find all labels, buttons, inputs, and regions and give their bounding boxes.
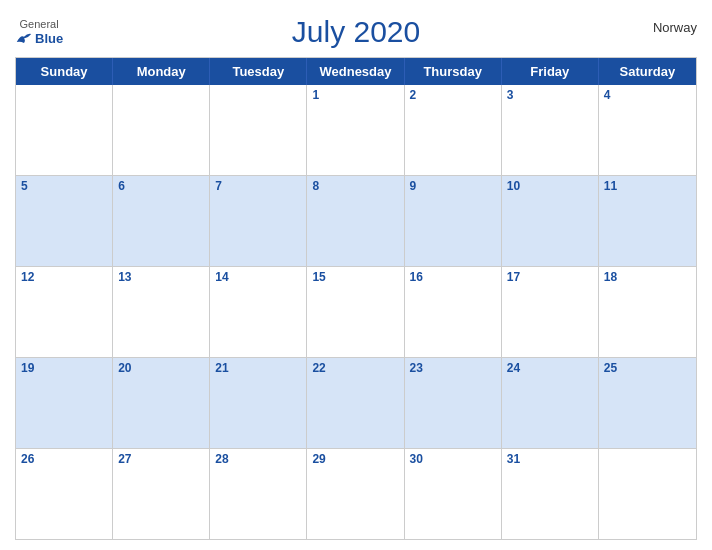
day-cell-w0-d2: [210, 85, 307, 175]
day-number-w2-d0: 12: [21, 270, 107, 284]
day-number-w0-d3: 1: [312, 88, 398, 102]
day-number-w2-d5: 17: [507, 270, 593, 284]
day-number-w2-d3: 15: [312, 270, 398, 284]
day-cell-w4-d6: [599, 449, 696, 539]
logo-bird-icon: [15, 31, 33, 45]
day-number-w2-d4: 16: [410, 270, 496, 284]
day-number-w3-d0: 19: [21, 361, 107, 375]
logo-blue-area: Blue: [15, 31, 63, 46]
day-cell-w4-d3: 29: [307, 449, 404, 539]
header-friday: Friday: [502, 58, 599, 85]
day-cell-w2-d5: 17: [502, 267, 599, 357]
day-cell-w0-d0: [16, 85, 113, 175]
day-cell-w3-d3: 22: [307, 358, 404, 448]
day-cell-w1-d2: 7: [210, 176, 307, 266]
day-number-w4-d1: 27: [118, 452, 204, 466]
day-cell-w0-d4: 2: [405, 85, 502, 175]
day-cell-w3-d2: 21: [210, 358, 307, 448]
day-number-w4-d4: 30: [410, 452, 496, 466]
day-number-w3-d2: 21: [215, 361, 301, 375]
day-cell-w4-d1: 27: [113, 449, 210, 539]
calendar-header: General Blue July 2020 Norway: [15, 10, 697, 57]
day-cell-w2-d3: 15: [307, 267, 404, 357]
day-number-w3-d4: 23: [410, 361, 496, 375]
day-number-w3-d6: 25: [604, 361, 691, 375]
day-number-w1-d2: 7: [215, 179, 301, 193]
day-cell-w1-d1: 6: [113, 176, 210, 266]
day-number-w4-d0: 26: [21, 452, 107, 466]
day-cell-w0-d6: 4: [599, 85, 696, 175]
logo-general-text: General: [20, 18, 59, 30]
day-cell-w4-d5: 31: [502, 449, 599, 539]
day-number-w3-d3: 22: [312, 361, 398, 375]
day-cell-w2-d4: 16: [405, 267, 502, 357]
week-row-4: 262728293031: [16, 448, 696, 539]
header-saturday: Saturday: [599, 58, 696, 85]
day-number-w1-d5: 10: [507, 179, 593, 193]
day-cell-w0-d5: 3: [502, 85, 599, 175]
calendar-grid: Sunday Monday Tuesday Wednesday Thursday…: [15, 57, 697, 540]
day-cell-w4-d4: 30: [405, 449, 502, 539]
day-number-w0-d5: 3: [507, 88, 593, 102]
day-cell-w3-d0: 19: [16, 358, 113, 448]
header-sunday: Sunday: [16, 58, 113, 85]
day-number-w3-d5: 24: [507, 361, 593, 375]
day-number-w1-d4: 9: [410, 179, 496, 193]
day-number-w1-d6: 11: [604, 179, 691, 193]
day-cell-w4-d0: 26: [16, 449, 113, 539]
day-number-w3-d1: 20: [118, 361, 204, 375]
day-number-w2-d1: 13: [118, 270, 204, 284]
day-number-w1-d3: 8: [312, 179, 398, 193]
page-title: July 2020: [292, 15, 420, 49]
header-thursday: Thursday: [405, 58, 502, 85]
day-cell-w3-d1: 20: [113, 358, 210, 448]
day-cell-w1-d6: 11: [599, 176, 696, 266]
week-row-2: 12131415161718: [16, 266, 696, 357]
day-cell-w3-d5: 24: [502, 358, 599, 448]
day-cell-w1-d5: 10: [502, 176, 599, 266]
day-cell-w3-d4: 23: [405, 358, 502, 448]
day-cell-w2-d6: 18: [599, 267, 696, 357]
day-number-w0-d6: 4: [604, 88, 691, 102]
day-number-w1-d1: 6: [118, 179, 204, 193]
country-label: Norway: [653, 20, 697, 35]
day-cell-w2-d1: 13: [113, 267, 210, 357]
day-cell-w1-d3: 8: [307, 176, 404, 266]
day-number-w0-d4: 2: [410, 88, 496, 102]
day-headers-row: Sunday Monday Tuesday Wednesday Thursday…: [16, 58, 696, 85]
day-cell-w4-d2: 28: [210, 449, 307, 539]
day-number-w4-d2: 28: [215, 452, 301, 466]
week-row-1: 567891011: [16, 175, 696, 266]
week-row-3: 19202122232425: [16, 357, 696, 448]
header-wednesday: Wednesday: [307, 58, 404, 85]
logo-blue-text: Blue: [35, 31, 63, 46]
day-number-w4-d3: 29: [312, 452, 398, 466]
day-number-w4-d5: 31: [507, 452, 593, 466]
day-number-w2-d2: 14: [215, 270, 301, 284]
day-cell-w0-d1: [113, 85, 210, 175]
day-cell-w0-d3: 1: [307, 85, 404, 175]
logo: General Blue: [15, 18, 63, 45]
week-row-0: 1234: [16, 85, 696, 175]
day-cell-w1-d0: 5: [16, 176, 113, 266]
day-cell-w2-d2: 14: [210, 267, 307, 357]
day-cell-w1-d4: 9: [405, 176, 502, 266]
day-cell-w2-d0: 12: [16, 267, 113, 357]
day-number-w2-d6: 18: [604, 270, 691, 284]
header-tuesday: Tuesday: [210, 58, 307, 85]
weeks-container: 1234567891011121314151617181920212223242…: [16, 85, 696, 539]
day-cell-w3-d6: 25: [599, 358, 696, 448]
day-number-w1-d0: 5: [21, 179, 107, 193]
header-monday: Monday: [113, 58, 210, 85]
